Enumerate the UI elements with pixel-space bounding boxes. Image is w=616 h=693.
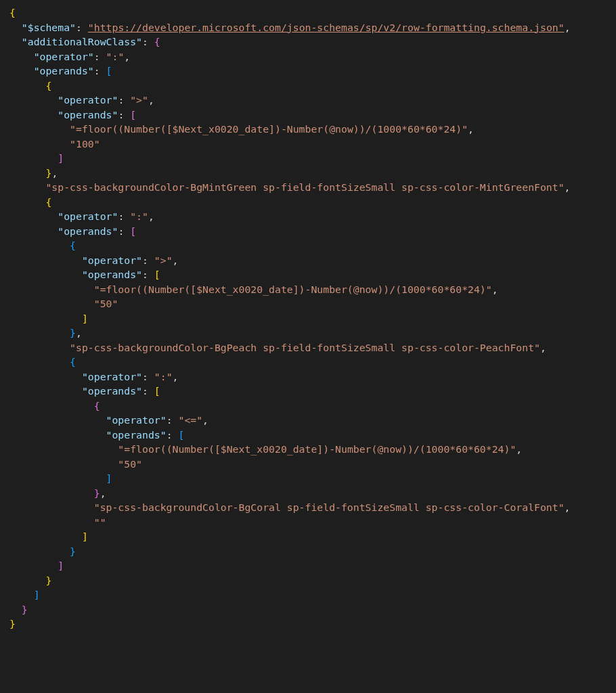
json-key: "operator"	[106, 414, 167, 426]
json-string: "https://developer.microsoft.com/json-sc…	[88, 22, 565, 33]
json-string: ":"	[130, 210, 148, 222]
json-string: ">"	[154, 254, 173, 266]
json-string: "=floor((Number([$Next_x0020_date])-Numb…	[118, 443, 516, 455]
json-key: "operands"	[82, 269, 142, 280]
json-key: "operator"	[82, 254, 142, 266]
json-string: ""	[94, 516, 106, 528]
json-key: "additionalRowClass"	[22, 36, 142, 47]
json-key: "$schema"	[22, 22, 76, 33]
json-string: "<="	[178, 414, 202, 426]
json-key: "operands"	[82, 385, 142, 397]
json-key: "operands"	[34, 65, 94, 76]
json-string: "sp-css-backgroundColor-BgCoral sp-field…	[94, 501, 565, 513]
json-string: ">"	[130, 94, 148, 106]
json-key: "operands"	[58, 109, 118, 120]
json-string: "=floor((Number([$Next_x0020_date])-Numb…	[94, 284, 492, 295]
json-key: "operands"	[58, 225, 118, 237]
json-key: "operator"	[58, 94, 118, 106]
json-string: ":"	[106, 51, 125, 62]
json-key: "operator"	[58, 210, 118, 222]
json-string: "50"	[94, 298, 118, 309]
json-string: "100"	[70, 138, 100, 150]
json-string: ":"	[154, 371, 173, 382]
json-key: "operator"	[34, 51, 94, 62]
json-key: "operands"	[106, 429, 167, 441]
json-string: "sp-css-backgroundColor-BgPeach sp-field…	[70, 342, 540, 353]
json-string: "sp-css-backgroundColor-BgMintGreen sp-f…	[45, 181, 564, 193]
json-string: "=floor((Number([$Next_x0020_date])-Numb…	[70, 123, 468, 135]
code-block: { "$schema": "https://developer.microsof…	[0, 0, 616, 637]
json-key: "operator"	[82, 371, 142, 382]
json-string: "50"	[118, 458, 142, 470]
